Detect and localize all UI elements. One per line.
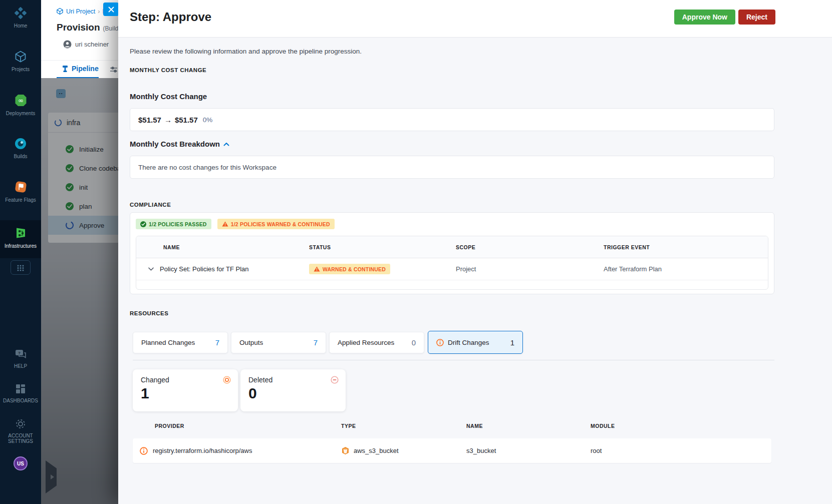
drift-info-icon (436, 339, 444, 346)
chevron-up-icon[interactable] (223, 142, 229, 146)
grid-icon (17, 264, 25, 271)
page-title: Provision(Build (57, 22, 118, 33)
user-avatar[interactable]: US (14, 456, 28, 470)
approve-now-button[interactable]: Approve Now (674, 10, 735, 25)
tab-inputs[interactable] (110, 66, 118, 76)
policies-passed-badge: 1/2 POLICIES PASSED (136, 219, 211, 229)
sidebar-item-label: Infrastructures (5, 243, 37, 249)
cost-change-value: $51.57 → $51.57 0% (138, 116, 212, 124)
module-selector-button[interactable] (11, 260, 31, 275)
col-trigger-event: TRIGGER EVENT (604, 244, 768, 250)
infrastructures-icon (14, 226, 28, 240)
sidebar-item-projects[interactable]: Projects (0, 50, 41, 72)
changed-icon (223, 376, 231, 384)
builds-icon (14, 137, 27, 150)
sidebar-item-label: ACCOUNT SETTINGS (5, 433, 37, 444)
monthly-cost-heading: Monthly Cost Change (130, 92, 207, 101)
tab-outputs[interactable]: Outputs 7 (231, 332, 326, 353)
resource-provider: registry.terraform.io/hashicorp/aws (153, 447, 252, 454)
col-scope: SCOPE (456, 244, 604, 250)
drawer-header: Step: Approve Approve Now Reject (118, 0, 832, 38)
close-drawer-button[interactable] (103, 3, 119, 16)
sidebar-item-label: Deployments (6, 111, 35, 116)
planned-changes-count: 7 (215, 338, 219, 347)
tab-applied-resources[interactable]: Applied Resources 0 (329, 332, 424, 353)
arrow-right-icon: → (164, 116, 172, 124)
section-monthly-cost-label: MONTHLY COST CHANGE (130, 67, 206, 73)
svg-text:?: ? (18, 351, 21, 355)
changed-label: Changed (141, 376, 230, 384)
resources-divider (133, 360, 774, 360)
modal-dim-overlay (41, 78, 118, 504)
pipeline-icon (62, 65, 69, 73)
cost-to: $51.57 (175, 116, 198, 124)
sidebar-item-label: Builds (14, 154, 27, 159)
drawer-title: Step: Approve (130, 10, 211, 24)
drift-table-header: PROVIDER TYPE NAME MODULE (133, 423, 771, 429)
policy-trigger: After Terraform Plan (604, 265, 768, 273)
resource-module: root (591, 447, 771, 454)
deleted-label: Deleted (248, 376, 338, 384)
drawer-actions: Approve Now Reject (674, 10, 775, 25)
policy-set-name: Policy Set: Policies for TF Plan (160, 265, 249, 273)
tab-planned-changes[interactable]: Planned Changes 7 (133, 332, 228, 353)
no-cost-changes-text: There are no cost changes for this Works… (138, 164, 276, 171)
section-resources-label: RESOURCES (130, 310, 168, 316)
policies-warned-badge: 1/2 POLICIES WARNED & CONTINUED (217, 219, 335, 229)
close-icon (108, 7, 114, 13)
reject-button[interactable]: Reject (738, 10, 775, 25)
help-chat-icon: ? (15, 349, 27, 360)
section-compliance-label: COMPLIANCE (130, 202, 171, 208)
sidebar-item-account-settings[interactable]: ACCOUNT SETTINGS (0, 418, 41, 444)
col-module: MODULE (591, 423, 771, 429)
warned-continued-badge: WARNED & CONTINUED (309, 264, 390, 274)
cost-change-card: $51.57 → $51.57 0% (130, 108, 774, 131)
outputs-count: 7 (314, 338, 318, 347)
sidebar-item-label: DASHBOARDS (3, 398, 38, 403)
policy-table-header: NAME STATUS SCOPE TRIGGER EVENT (136, 236, 768, 258)
drift-info-icon (140, 447, 148, 455)
review-instructions: Please review the following information … (130, 48, 362, 55)
sliders-icon (110, 66, 118, 74)
changed-value: 1 (141, 385, 230, 402)
step-approve-drawer: Step: Approve Approve Now Reject Please … (118, 0, 832, 504)
col-name: NAME (466, 423, 591, 429)
deleted-minus-icon (331, 376, 339, 384)
col-name: NAME (136, 244, 309, 250)
chevron-down-icon[interactable] (148, 267, 154, 271)
sidebar-item-help[interactable]: ? HELP (0, 349, 41, 369)
sidebar-item-home[interactable]: Home (0, 7, 41, 29)
col-type: TYPE (341, 423, 466, 429)
pipeline-tabbar: Pipeline (41, 60, 118, 78)
project-cube-icon (56, 8, 64, 15)
sidebar-item-deployments[interactable]: ∞ Deployments (0, 94, 41, 116)
deleted-stat-card: Deleted 0 (240, 369, 346, 411)
cost-breakdown-empty-card: There are no cost changes for this Works… (130, 156, 774, 179)
sidebar-item-label: Projects (12, 67, 30, 72)
gear-icon (15, 418, 26, 429)
cost-breakdown-toggle[interactable]: Monthly Cost Breakdown (130, 140, 229, 148)
breadcrumb-project[interactable]: Uri Project (66, 8, 95, 15)
sidebar-item-infrastructures[interactable]: Infrastructures (0, 220, 41, 258)
compliance-card: 1/2 POLICIES PASSED 1/2 POLICIES WARNED … (130, 212, 774, 294)
sidebar-item-feature-flags[interactable]: Feature Flags (0, 180, 41, 203)
tab-pipeline[interactable]: Pipeline (62, 65, 99, 73)
person-icon (63, 40, 72, 49)
projects-icon (14, 50, 27, 63)
sidebar-item-builds[interactable]: Builds (0, 137, 41, 159)
sidebar-item-dashboards[interactable]: DASHBOARDS (0, 383, 41, 403)
sidebar-item-label: Feature Flags (5, 197, 36, 203)
warning-triangle-icon (314, 266, 320, 272)
deleted-value: 0 (248, 385, 338, 402)
drift-changes-count: 1 (510, 338, 514, 347)
check-circle-icon (140, 221, 146, 227)
policy-table-row[interactable]: Policy Set: Policies for TF Plan WARNED … (136, 258, 768, 280)
drift-table-row[interactable]: registry.terraform.io/hashicorp/aws aws_… (133, 438, 771, 463)
drawer-body: Please review the following information … (118, 38, 832, 504)
pipeline-author: uri scheiner (63, 40, 109, 49)
applied-resources-count: 0 (412, 338, 416, 347)
policy-badges: 1/2 POLICIES PASSED 1/2 POLICIES WARNED … (136, 219, 768, 229)
tab-drift-changes[interactable]: Drift Changes 1 (428, 331, 523, 354)
col-provider: PROVIDER (133, 423, 341, 429)
cost-percent: 0% (203, 116, 213, 124)
